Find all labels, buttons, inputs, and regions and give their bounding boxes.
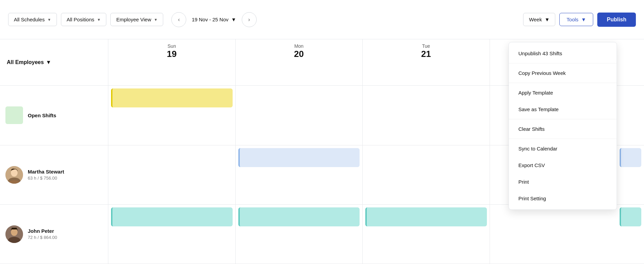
menu-divider-3 <box>509 119 617 119</box>
next-week-button[interactable]: › <box>242 12 257 27</box>
all-positions-label: All Positions <box>67 17 94 22</box>
john-info: John Peter 72 h / $ 864.00 <box>28 228 57 240</box>
menu-item-clear-shifts[interactable]: Clear Shifts <box>509 121 617 137</box>
menu-item-export-csv[interactable]: Export CSV <box>509 157 617 174</box>
menu-item-copy-prev-week[interactable]: Copy Previous Week <box>509 65 617 81</box>
menu-item-save-template[interactable]: Save as Template <box>509 101 617 118</box>
week-label: Week <box>529 17 542 22</box>
all-schedules-dropdown[interactable]: All Schedules ▼ <box>8 13 57 26</box>
martha-name: Martha Stewart <box>28 169 64 175</box>
mon-day-num: 20 <box>238 49 360 59</box>
tools-label: Tools <box>566 17 578 22</box>
schedule-grid-wrapper: All Employees ▼ Sun 19 Mon 20 Tue 21 Wed… <box>0 39 644 264</box>
svg-point-4 <box>11 228 18 236</box>
john-mon-cell[interactable] <box>236 205 363 264</box>
menu-divider-2 <box>509 83 617 83</box>
martha-tue-cell[interactable] <box>363 145 490 205</box>
martha-partial-bar <box>620 148 641 167</box>
chevron-down-icon: ▼ <box>47 18 51 22</box>
sun-day-num: 19 <box>111 49 233 59</box>
john-partial-cell <box>617 205 644 264</box>
menu-item-print-setting[interactable]: Print Setting <box>509 190 617 207</box>
chevron-down-icon: ▼ <box>97 18 101 22</box>
all-employees-dropdown[interactable]: All Employees ▼ <box>7 59 51 65</box>
chevron-down-icon: ▼ <box>46 59 51 65</box>
martha-mon-cell[interactable] <box>236 145 363 205</box>
open-shifts-sun-cell[interactable] <box>108 86 236 145</box>
menu-item-apply-template[interactable]: Apply Template <box>509 84 617 101</box>
martha-info: Martha Stewart 63 h / $ 756.00 <box>28 169 64 181</box>
tue-day-num: 21 <box>365 49 487 59</box>
menu-divider-4 <box>509 139 617 139</box>
john-sun-cell[interactable] <box>108 205 236 264</box>
publish-label: Publish <box>607 17 626 22</box>
open-shifts-avatar <box>5 106 23 124</box>
chevron-left-icon: ‹ <box>178 17 180 23</box>
john-sun-bar <box>111 207 233 226</box>
chevron-down-icon: ▼ <box>231 17 236 22</box>
menu-divider-1 <box>509 63 617 63</box>
employees-header-cell: All Employees ▼ <box>0 39 108 86</box>
open-shifts-partial-cell <box>617 86 644 145</box>
svg-point-1 <box>11 169 18 177</box>
all-schedules-label: All Schedules <box>14 17 45 22</box>
martha-avatar <box>5 166 23 184</box>
svg-rect-5 <box>12 228 17 229</box>
chevron-down-icon: ▼ <box>154 18 158 22</box>
john-tue-bar <box>365 207 487 226</box>
open-shifts-tue-cell[interactable] <box>363 86 490 145</box>
john-name: John Peter <box>28 228 57 234</box>
employee-view-dropdown[interactable]: Employee View ▼ <box>110 13 163 26</box>
open-shifts-mon-cell[interactable] <box>236 86 363 145</box>
tools-dropdown-menu: Unpublish 43 Shifts Copy Previous Week A… <box>509 42 617 210</box>
chevron-right-icon: › <box>248 17 250 23</box>
partial-header-filler <box>617 39 644 86</box>
tue-day-label: Tue <box>365 43 487 49</box>
open-shifts-name: Open Shifts <box>28 113 56 118</box>
john-row-label: John Peter 72 h / $ 864.00 <box>0 205 108 264</box>
martha-row-label: Martha Stewart 63 h / $ 756.00 <box>0 145 108 205</box>
john-partial-bar <box>620 207 641 226</box>
sun-day-label: Sun <box>111 43 233 49</box>
open-shifts-sun-bar <box>111 88 233 107</box>
employee-view-label: Employee View <box>116 17 151 22</box>
menu-item-unpublish[interactable]: Unpublish 43 Shifts <box>509 45 617 62</box>
mon-day-label: Mon <box>238 43 360 49</box>
prev-week-button[interactable]: ‹ <box>171 12 186 27</box>
sun-19-header: Sun 19 <box>108 39 236 86</box>
publish-button[interactable]: Publish <box>597 13 636 27</box>
date-range-button[interactable]: 19 Nov - 25 Nov ▼ <box>186 14 241 25</box>
date-navigation: ‹ 19 Nov - 25 Nov ▼ › <box>171 12 256 27</box>
open-shifts-info: Open Shifts <box>28 113 56 118</box>
chevron-down-icon: ▼ <box>544 17 550 22</box>
date-range-label: 19 Nov - 25 Nov <box>192 17 228 22</box>
all-employees-label: All Employees <box>7 59 44 65</box>
tue-21-header: Tue 21 <box>363 39 490 86</box>
week-dropdown[interactable]: Week ▼ <box>523 13 555 26</box>
martha-mon-bar <box>238 148 360 167</box>
menu-item-print[interactable]: Print <box>509 174 617 190</box>
mon-20-header: Mon 20 <box>236 39 363 86</box>
chevron-down-icon: ▼ <box>581 17 586 22</box>
header: All Schedules ▼ All Positions ▼ Employee… <box>0 0 644 39</box>
john-avatar <box>5 225 23 243</box>
john-tue-cell[interactable] <box>363 205 490 264</box>
open-shifts-row-label: Open Shifts <box>0 86 108 145</box>
tools-dropdown-button[interactable]: Tools ▼ <box>559 13 593 26</box>
martha-sun-cell[interactable] <box>108 145 236 205</box>
john-wed-cell[interactable] <box>490 205 617 264</box>
martha-hours: 63 h / $ 756.00 <box>28 176 64 181</box>
all-positions-dropdown[interactable]: All Positions ▼ <box>61 13 107 26</box>
martha-partial-cell <box>617 145 644 205</box>
menu-item-sync-calendar[interactable]: Sync to Calendar <box>509 140 617 157</box>
john-mon-bar <box>238 207 360 226</box>
john-hours: 72 h / $ 864.00 <box>28 235 57 240</box>
